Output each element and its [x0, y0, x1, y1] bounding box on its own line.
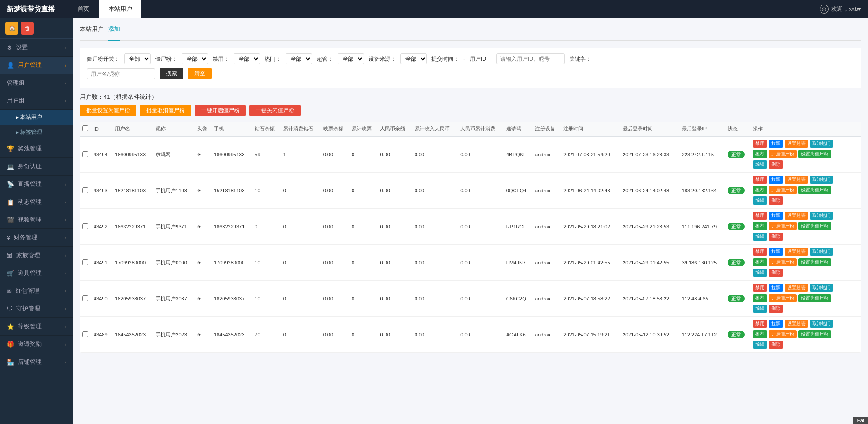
action-btn-拉黑-0[interactable]: 拉黑 [769, 140, 783, 148]
action-btn-编辑-3[interactable]: 编辑 [753, 269, 767, 277]
action-btn-设置超管-3[interactable]: 设置超管 [785, 248, 808, 256]
action-btn-设置为僵尸粉-5[interactable]: 设置为僵尸粉 [798, 330, 831, 338]
action-btn-拉黑-3[interactable]: 拉黑 [769, 248, 783, 256]
userid-input[interactable] [496, 53, 565, 64]
action-btn-编辑-1[interactable]: 编辑 [753, 196, 767, 205]
action-btn-禁用-3[interactable]: 禁用 [753, 248, 767, 256]
bulk-set-zombie-btn[interactable]: 批量设置为僵尸粉 [80, 105, 136, 116]
bc-site-users[interactable]: 本站用户 [80, 25, 104, 36]
superadmin-select[interactable]: 全部 [338, 53, 364, 64]
select-all-checkbox[interactable] [82, 125, 88, 131]
action-btn-设置为僵尸粉-1[interactable]: 设置为僵尸粉 [798, 186, 831, 194]
zombie-switch-select[interactable]: 全部 [124, 53, 151, 64]
bulk-disable-zombie-btn[interactable]: 一键关闭僵尸粉 [249, 105, 301, 116]
action-btn-推荐-0[interactable]: 推荐 [753, 150, 767, 158]
sidebar-item-video[interactable]: 🎬 视频管理 › [0, 211, 73, 229]
action-btn-推荐-4[interactable]: 推荐 [753, 294, 767, 302]
action-btn-删除-2[interactable]: 删除 [769, 233, 783, 241]
row-checkbox-2[interactable] [82, 223, 88, 229]
delete-icon-btn[interactable]: 🗑 [21, 22, 34, 35]
sidebar-item-user-mgmt[interactable]: 👤 用户管理 › [0, 57, 73, 74]
action-btn-推荐-5[interactable]: 推荐 [753, 330, 767, 338]
action-btn-编辑-2[interactable]: 编辑 [753, 233, 767, 241]
action-btn-删除-4[interactable]: 删除 [769, 305, 783, 313]
row-checkbox-4[interactable] [82, 295, 88, 301]
sidebar-item-redpacket[interactable]: ✉ 红包管理 › [0, 282, 73, 300]
device-select[interactable]: 全部 [400, 53, 427, 64]
clear-button[interactable]: 清空 [188, 68, 212, 79]
home-icon-btn[interactable]: 🏠 [5, 22, 18, 35]
sidebar-item-settings[interactable]: ⚙ 设置 › [0, 39, 73, 57]
action-btn-开启僵尸粉-1[interactable]: 开启僵尸粉 [769, 186, 797, 194]
bulk-enable-zombie-btn[interactable]: 一键开启僵尸粉 [195, 105, 246, 116]
sidebar-item-live[interactable]: 📡 直播管理 › [0, 176, 73, 193]
action-btn-推荐-1[interactable]: 推荐 [753, 186, 767, 194]
action-btn-取消热门-4[interactable]: 取消热门 [810, 284, 833, 292]
action-btn-编辑-5[interactable]: 编辑 [753, 341, 767, 349]
action-btn-禁用-0[interactable]: 禁用 [753, 140, 767, 148]
sidebar-item-dynamic[interactable]: 📋 动态管理 › [0, 193, 73, 211]
sidebar-item-props[interactable]: 🛒 道具管理 › [0, 264, 73, 282]
action-btn-设置超管-5[interactable]: 设置超管 [785, 320, 808, 328]
action-btn-编辑-0[interactable]: 编辑 [753, 160, 767, 169]
action-btn-删除-1[interactable]: 删除 [769, 196, 783, 205]
action-btn-开启僵尸粉-5[interactable]: 开启僵尸粉 [769, 330, 797, 338]
row-checkbox-3[interactable] [82, 259, 88, 265]
action-btn-取消热门-3[interactable]: 取消热门 [810, 248, 833, 256]
action-btn-拉黑-2[interactable]: 拉黑 [769, 212, 783, 220]
search-button[interactable]: 搜索 [160, 68, 183, 79]
action-btn-设置超管-4[interactable]: 设置超管 [785, 284, 808, 292]
nav-tab-users[interactable]: 本站用户 [99, 0, 141, 18]
action-btn-设置超管-2[interactable]: 设置超管 [785, 212, 808, 220]
row-checkbox-0[interactable] [82, 151, 88, 157]
action-btn-拉黑-4[interactable]: 拉黑 [769, 284, 783, 292]
action-btn-开启僵尸粉-3[interactable]: 开启僵尸粉 [769, 258, 797, 266]
nav-tab-home[interactable]: 首页 [68, 0, 99, 18]
bc-add[interactable]: 添加 [108, 25, 120, 41]
action-btn-推荐-3[interactable]: 推荐 [753, 258, 767, 266]
sidebar-item-auth[interactable]: 💻 身份认证 [0, 158, 73, 176]
sidebar-item-finance[interactable]: ¥ 财务管理 › [0, 229, 73, 247]
sidebar-item-shop[interactable]: 🏪 店铺管理 › [0, 353, 73, 371]
sidebar-item-invite[interactable]: 🎁 邀请奖励 › [0, 336, 73, 353]
bulk-cancel-zombie-btn[interactable]: 批量取消僵尸粉 [140, 105, 191, 116]
action-btn-取消热门-1[interactable]: 取消热门 [810, 176, 833, 184]
sidebar-subitem-site-users[interactable]: ▸ 本站用户 [0, 110, 73, 125]
action-btn-删除-0[interactable]: 删除 [769, 160, 783, 169]
action-btn-设置超管-0[interactable]: 设置超管 [785, 140, 808, 148]
sidebar-item-level[interactable]: ⭐ 等级管理 › [0, 318, 73, 336]
action-btn-设置为僵尸粉-0[interactable]: 设置为僵尸粉 [798, 150, 831, 158]
action-btn-取消热门-5[interactable]: 取消热门 [810, 320, 833, 328]
action-btn-禁用-1[interactable]: 禁用 [753, 176, 767, 184]
action-btn-删除-3[interactable]: 删除 [769, 269, 783, 277]
action-btn-禁用-4[interactable]: 禁用 [753, 284, 767, 292]
sidebar-item-user-group[interactable]: 用户组 › [0, 92, 73, 110]
sidebar-item-prize-pool[interactable]: 🏆 奖池管理 [0, 140, 73, 158]
action-btn-取消热门-2[interactable]: 取消热门 [810, 212, 833, 220]
action-btn-禁用-5[interactable]: 禁用 [753, 320, 767, 328]
username-input[interactable] [87, 68, 155, 79]
row-checkbox-1[interactable] [82, 187, 88, 193]
action-btn-设置为僵尸粉-4[interactable]: 设置为僵尸粉 [798, 294, 831, 302]
action-btn-删除-5[interactable]: 删除 [769, 341, 783, 349]
action-btn-设置超管-1[interactable]: 设置超管 [785, 176, 808, 184]
sidebar-item-family[interactable]: 🏛 家族管理 › [0, 247, 73, 264]
action-btn-禁用-2[interactable]: 禁用 [753, 212, 767, 220]
ban-select[interactable]: 全部 [234, 53, 260, 64]
sidebar-subitem-tags[interactable]: ▸ 标签管理 [0, 125, 73, 140]
action-btn-开启僵尸粉-0[interactable]: 开启僵尸粉 [769, 150, 797, 158]
action-btn-设置为僵尸粉-3[interactable]: 设置为僵尸粉 [798, 258, 831, 266]
action-btn-编辑-4[interactable]: 编辑 [753, 305, 767, 313]
row-checkbox-5[interactable] [82, 331, 88, 337]
action-btn-开启僵尸粉-2[interactable]: 开启僵尸粉 [769, 222, 797, 230]
action-btn-取消热门-0[interactable]: 取消热门 [810, 140, 833, 148]
action-btn-推荐-2[interactable]: 推荐 [753, 222, 767, 230]
action-btn-拉黑-1[interactable]: 拉黑 [769, 176, 783, 184]
action-btn-拉黑-5[interactable]: 拉黑 [769, 320, 783, 328]
sidebar-item-admin-group[interactable]: 管理组 › [0, 74, 73, 92]
action-btn-开启僵尸粉-4[interactable]: 开启僵尸粉 [769, 294, 797, 302]
sidebar-item-guard[interactable]: 🛡 守护管理 › [0, 300, 73, 318]
zombie-select[interactable]: 全部 [182, 53, 208, 64]
hot-select[interactable]: 全部 [286, 53, 312, 64]
action-btn-设置为僵尸粉-2[interactable]: 设置为僵尸粉 [798, 222, 831, 230]
